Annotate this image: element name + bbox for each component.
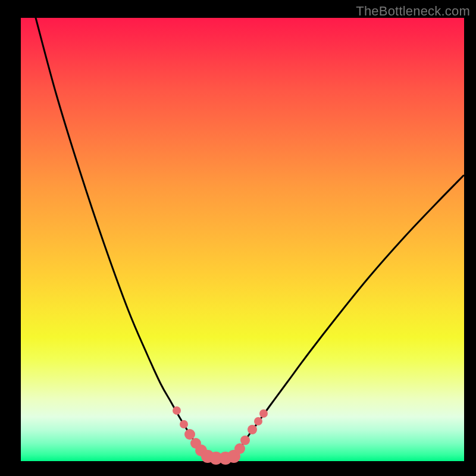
data-marker [234, 443, 245, 454]
chart-frame: TheBottleneck.com [0, 0, 476, 476]
data-marker [254, 417, 262, 425]
data-marker [180, 420, 188, 428]
curve-curve-right [233, 176, 464, 459]
data-marker [173, 406, 181, 415]
plot-area [21, 18, 464, 461]
data-marker [240, 436, 250, 445]
watermark-text: TheBottleneck.com [356, 4, 470, 19]
data-marker [259, 409, 268, 418]
data-marker [184, 429, 195, 440]
chart-svg [21, 18, 464, 461]
curve-curve-left [36, 18, 206, 459]
data-marker [248, 425, 257, 434]
